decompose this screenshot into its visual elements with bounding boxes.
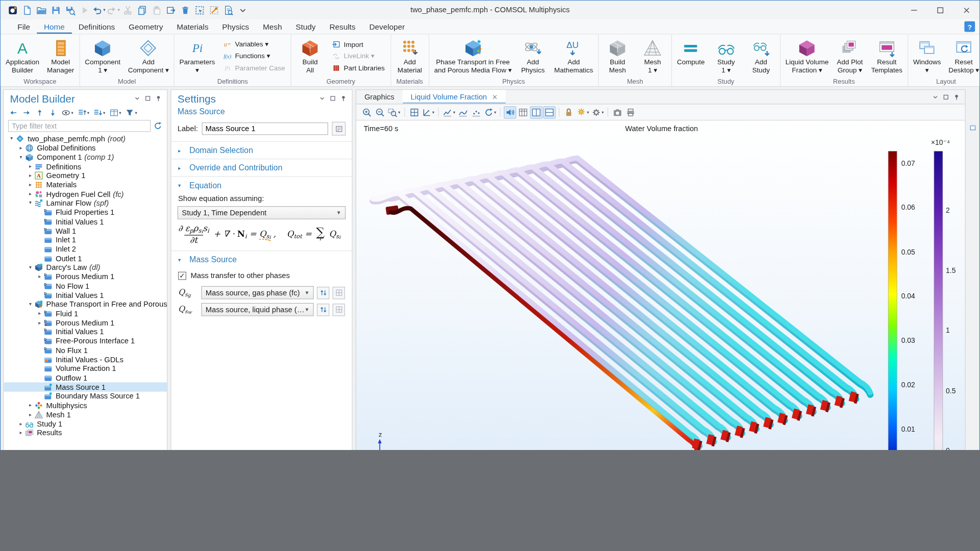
- menu-file[interactable]: File: [11, 19, 37, 34]
- refresh-icon[interactable]: [153, 121, 162, 131]
- collapse-icon[interactable]: ▾: [17, 153, 25, 162]
- ribbon-functions-button[interactable]: f(x)Functions ▾: [223, 52, 285, 60]
- ribbon-add-physics-button[interactable]: Add Physics: [516, 35, 551, 77]
- ribbon-windows-button[interactable]: Windows ▾: [910, 35, 945, 77]
- ribbon-study-1-button[interactable]: Study 1 ▾: [708, 35, 744, 77]
- tree-node-porous-medium-1[interactable]: ▸DPorous Medium 1: [4, 272, 167, 282]
- go-forward-button[interactable]: [22, 108, 31, 117]
- tree-node-volume-fraction-1[interactable]: Volume Fraction 1: [4, 364, 167, 373]
- image-to-table-button[interactable]: [517, 106, 529, 118]
- ribbon-variables-button[interactable]: a=Variables ▾: [223, 40, 285, 48]
- model-tree-columns-button[interactable]: ▾: [109, 108, 121, 117]
- expand-icon[interactable]: ▸: [26, 171, 34, 180]
- panel-menu-icon[interactable]: [318, 95, 325, 102]
- maximize-button[interactable]: [927, 1, 953, 19]
- expand-icon[interactable]: ▸: [17, 144, 25, 153]
- tree-node-inlet-1[interactable]: Inlet 1: [4, 236, 167, 245]
- graphics-tab-liquid-volume-fraction[interactable]: Liquid Volume Fraction✕: [403, 90, 506, 104]
- report-icon[interactable]: [221, 3, 235, 17]
- panel-menu-icon[interactable]: [932, 93, 939, 100]
- filter-button[interactable]: ▾: [125, 108, 137, 117]
- tree-node-fluid-1[interactable]: ▸DFluid 1: [4, 309, 167, 318]
- zoom-in-button[interactable]: [361, 106, 373, 118]
- lock-view-button[interactable]: [562, 106, 575, 118]
- run-icon[interactable]: [78, 3, 91, 17]
- tree-node-darcy-s-law[interactable]: ▾Darcy's Law(dl): [4, 263, 167, 272]
- duplicate-icon[interactable]: [164, 3, 178, 17]
- ribbon-phase-transport-button[interactable]: Phase Transport in Free and Porous Media…: [430, 35, 516, 77]
- split-vertical-button[interactable]: [543, 106, 555, 118]
- float-panel-icon[interactable]: [329, 95, 336, 102]
- snapshot-button[interactable]: [611, 106, 624, 118]
- ribbon-add-component-button[interactable]: Add Component ▾: [124, 35, 173, 77]
- ribbon-model-manager-button[interactable]: Model Manager: [43, 35, 78, 77]
- copy-icon[interactable]: [135, 3, 149, 17]
- play-animation-button[interactable]: [504, 106, 516, 118]
- move-down-button[interactable]: [48, 108, 57, 117]
- tree-node-inlet-2[interactable]: Inlet 2: [4, 245, 167, 254]
- menu-definitions[interactable]: Definitions: [71, 19, 121, 34]
- tree-node-outflow-1[interactable]: Outflow 1: [4, 373, 167, 383]
- exchange-button[interactable]: [317, 304, 329, 316]
- default-3d-view-button[interactable]: [408, 106, 420, 118]
- section-header[interactable]: ▸Override and Contribution: [172, 159, 352, 176]
- mass-transfer-checkbox[interactable]: ✓: [178, 271, 186, 280]
- ribbon-add-mathematics-button[interactable]: ΔUAdd Mathematics: [550, 35, 597, 77]
- equation-assumption-dropdown[interactable]: Study 1, Time Dependent ▼: [178, 206, 346, 219]
- mass-source-section-header[interactable]: ▾ Mass Source: [172, 251, 352, 268]
- float-panel-icon[interactable]: [943, 93, 949, 100]
- ribbon-mesh-1-button[interactable]: Mesh 1 ▾: [635, 35, 670, 77]
- mass-source-dropdown[interactable]: Mass source, gas phase (fc)▼: [201, 286, 313, 299]
- tree-node-fluid-properties-1[interactable]: DFluid Properties 1: [4, 208, 167, 217]
- menu-results[interactable]: Results: [323, 19, 362, 34]
- new-file-icon[interactable]: [20, 3, 34, 17]
- plot-canvas[interactable]: Time=60 sWater Volume fraction z y x0.07…: [356, 120, 966, 450]
- tree-node-results[interactable]: ▸Results: [4, 429, 167, 438]
- expand-icon[interactable]: ▸: [26, 190, 34, 198]
- tree-node-initial-values-1[interactable]: DInitial Values 1: [4, 291, 167, 300]
- tree-node-wall-1[interactable]: DWall 1: [4, 226, 167, 235]
- ribbon-app-builder-button[interactable]: AApplication Builder: [2, 35, 43, 77]
- tree-node-two-phase-pemfc-mph[interactable]: ▾two_phase_pemfc.mph(root): [4, 134, 167, 143]
- section-header[interactable]: ▸Domain Selection: [172, 142, 352, 159]
- rename-button[interactable]: [332, 122, 346, 136]
- tree-node-study-1[interactable]: ▸Study 1: [4, 419, 167, 429]
- zoom-out-button[interactable]: [374, 106, 386, 118]
- ribbon-build-all-button[interactable]: Build All: [292, 35, 328, 77]
- panel-menu-icon[interactable]: [134, 95, 140, 102]
- tree-node-hydrogen-fuel-cell[interactable]: ▸Hydrogen Fuel Cell(fc): [4, 189, 167, 198]
- plot-previous-button[interactable]: [457, 106, 469, 118]
- pin-panel-icon[interactable]: [953, 93, 960, 100]
- 3d-plot[interactable]: Time=60 sWater Volume fraction z y x0.07…: [356, 120, 965, 450]
- toolbar-options-icon[interactable]: [236, 3, 250, 17]
- tree-node-boundary-mass-source-1[interactable]: Boundary Mass Source 1: [4, 392, 167, 401]
- collapse-icon[interactable]: ▾: [8, 135, 16, 143]
- collapse-icon[interactable]: ▾: [26, 300, 34, 309]
- expand-icon[interactable]: ▸: [26, 162, 34, 171]
- restore-window-icon[interactable]: [969, 124, 976, 131]
- pin-panel-icon[interactable]: [340, 95, 347, 102]
- ribbon-liquid-volume-fraction-button[interactable]: Liquid Volume Fraction ▾: [781, 35, 832, 77]
- ribbon-parameters-button[interactable]: PiParameters ▾: [176, 35, 218, 77]
- tree-node-phase-transport-in-free-and-porous-media-flow[interactable]: ▾Phase Transport in Free and Porous Medi…: [4, 300, 167, 309]
- ribbon-add-plot-group-button[interactable]: Add Plot Group ▾: [832, 35, 868, 77]
- tree-node-definitions[interactable]: ▸Definitions: [4, 162, 167, 171]
- ribbon-add-study-button[interactable]: Add Study: [744, 35, 779, 77]
- tree-node-global-definitions[interactable]: ▸Global Definitions: [4, 143, 167, 153]
- expand-icon[interactable]: ▸: [26, 401, 34, 410]
- float-panel-icon[interactable]: [144, 95, 151, 102]
- tree-node-initial-values-1[interactable]: DInitial Values 1: [4, 328, 167, 337]
- expand-icon[interactable]: ▸: [36, 309, 44, 318]
- expand-icon[interactable]: ▸: [17, 429, 25, 437]
- menu-mesh[interactable]: Mesh: [256, 19, 289, 34]
- ribbon-result-templates-button[interactable]: Result Templates: [867, 35, 906, 77]
- minimize-button[interactable]: [900, 1, 926, 19]
- ribbon-import-button[interactable]: Import: [332, 40, 384, 48]
- menu-home[interactable]: Home: [37, 19, 71, 34]
- select-box-icon[interactable]: [192, 3, 206, 17]
- close-button[interactable]: [953, 1, 979, 19]
- delete-icon[interactable]: [178, 3, 192, 17]
- undo-icon[interactable]: ▾: [92, 3, 106, 17]
- clear-selection-icon[interactable]: [207, 3, 220, 17]
- go-back-button[interactable]: [9, 108, 18, 117]
